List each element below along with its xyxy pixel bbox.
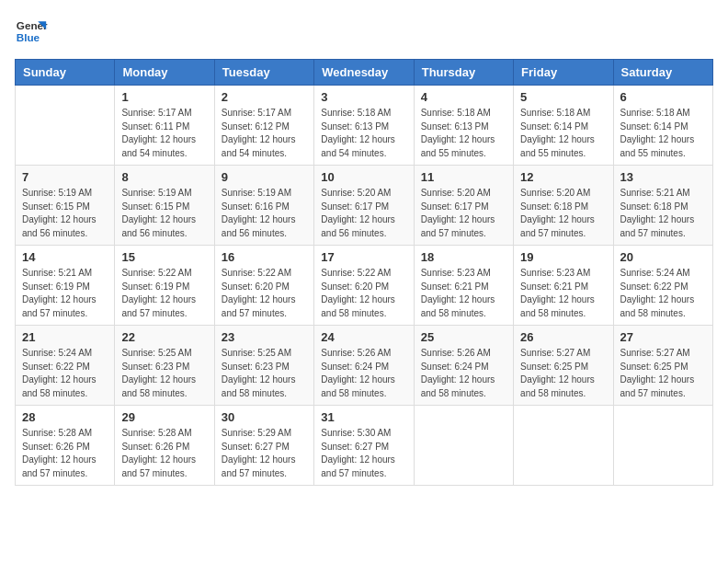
logo: General Blue bbox=[15, 15, 48, 48]
day-number: 31 bbox=[321, 410, 406, 424]
week-row-1: 1Sunrise: 5:17 AMSunset: 6:11 PMDaylight… bbox=[16, 86, 713, 166]
calendar-cell: 11Sunrise: 5:20 AMSunset: 6:17 PMDayligh… bbox=[414, 166, 513, 246]
calendar-cell: 17Sunrise: 5:22 AMSunset: 6:20 PMDayligh… bbox=[314, 246, 414, 326]
calendar-cell: 31Sunrise: 5:30 AMSunset: 6:27 PMDayligh… bbox=[314, 406, 414, 486]
calendar-cell: 10Sunrise: 5:20 AMSunset: 6:17 PMDayligh… bbox=[314, 166, 414, 246]
day-number: 25 bbox=[421, 330, 506, 344]
calendar-header-row: SundayMondayTuesdayWednesdayThursdayFrid… bbox=[16, 60, 713, 86]
day-info: Sunrise: 5:28 AMSunset: 6:26 PMDaylight:… bbox=[22, 427, 108, 480]
calendar-cell: 29Sunrise: 5:28 AMSunset: 6:26 PMDayligh… bbox=[115, 406, 214, 486]
day-header-sunday: Sunday bbox=[16, 60, 115, 86]
calendar-cell bbox=[613, 406, 712, 486]
day-info: Sunrise: 5:18 AMSunset: 6:14 PMDaylight:… bbox=[520, 107, 606, 160]
day-number: 1 bbox=[121, 90, 207, 104]
calendar-cell: 28Sunrise: 5:28 AMSunset: 6:26 PMDayligh… bbox=[16, 406, 115, 486]
calendar-cell: 4Sunrise: 5:18 AMSunset: 6:13 PMDaylight… bbox=[414, 86, 513, 166]
day-info: Sunrise: 5:22 AMSunset: 6:20 PMDaylight:… bbox=[321, 267, 406, 320]
calendar-cell: 22Sunrise: 5:25 AMSunset: 6:23 PMDayligh… bbox=[115, 326, 214, 406]
day-info: Sunrise: 5:24 AMSunset: 6:22 PMDaylight:… bbox=[22, 347, 108, 400]
day-info: Sunrise: 5:28 AMSunset: 6:26 PMDaylight:… bbox=[121, 427, 207, 480]
day-number: 16 bbox=[222, 250, 307, 264]
logo-icon: General Blue bbox=[15, 15, 48, 48]
calendar-cell: 8Sunrise: 5:19 AMSunset: 6:15 PMDaylight… bbox=[115, 166, 214, 246]
calendar-cell: 30Sunrise: 5:29 AMSunset: 6:27 PMDayligh… bbox=[214, 406, 313, 486]
day-info: Sunrise: 5:25 AMSunset: 6:23 PMDaylight:… bbox=[121, 347, 207, 400]
calendar-cell: 19Sunrise: 5:23 AMSunset: 6:21 PMDayligh… bbox=[514, 246, 613, 326]
calendar-cell: 25Sunrise: 5:26 AMSunset: 6:24 PMDayligh… bbox=[414, 326, 513, 406]
day-number: 8 bbox=[121, 170, 207, 184]
day-number: 26 bbox=[520, 330, 606, 344]
day-number: 23 bbox=[222, 330, 307, 344]
calendar-cell bbox=[514, 406, 613, 486]
day-number: 29 bbox=[121, 410, 207, 424]
calendar-cell: 27Sunrise: 5:27 AMSunset: 6:25 PMDayligh… bbox=[613, 326, 712, 406]
calendar-cell: 3Sunrise: 5:18 AMSunset: 6:13 PMDaylight… bbox=[314, 86, 414, 166]
day-info: Sunrise: 5:29 AMSunset: 6:27 PMDaylight:… bbox=[222, 427, 307, 480]
day-number: 3 bbox=[321, 90, 406, 104]
day-number: 4 bbox=[421, 90, 506, 104]
day-number: 2 bbox=[222, 90, 307, 104]
calendar-cell: 15Sunrise: 5:22 AMSunset: 6:19 PMDayligh… bbox=[115, 246, 214, 326]
day-info: Sunrise: 5:22 AMSunset: 6:19 PMDaylight:… bbox=[121, 267, 207, 320]
day-info: Sunrise: 5:27 AMSunset: 6:25 PMDaylight:… bbox=[620, 347, 706, 400]
week-row-5: 28Sunrise: 5:28 AMSunset: 6:26 PMDayligh… bbox=[16, 406, 713, 486]
day-number: 18 bbox=[421, 250, 506, 264]
week-row-3: 14Sunrise: 5:21 AMSunset: 6:19 PMDayligh… bbox=[16, 246, 713, 326]
day-info: Sunrise: 5:23 AMSunset: 6:21 PMDaylight:… bbox=[520, 267, 606, 320]
calendar-cell: 5Sunrise: 5:18 AMSunset: 6:14 PMDaylight… bbox=[514, 86, 613, 166]
calendar-cell: 20Sunrise: 5:24 AMSunset: 6:22 PMDayligh… bbox=[613, 246, 712, 326]
calendar-cell: 16Sunrise: 5:22 AMSunset: 6:20 PMDayligh… bbox=[214, 246, 313, 326]
calendar-cell: 26Sunrise: 5:27 AMSunset: 6:25 PMDayligh… bbox=[514, 326, 613, 406]
day-number: 19 bbox=[520, 250, 606, 264]
calendar-cell: 7Sunrise: 5:19 AMSunset: 6:15 PMDaylight… bbox=[16, 166, 115, 246]
day-info: Sunrise: 5:23 AMSunset: 6:21 PMDaylight:… bbox=[421, 267, 506, 320]
day-info: Sunrise: 5:19 AMSunset: 6:15 PMDaylight:… bbox=[22, 187, 108, 240]
day-info: Sunrise: 5:20 AMSunset: 6:18 PMDaylight:… bbox=[520, 187, 606, 240]
calendar-cell: 13Sunrise: 5:21 AMSunset: 6:18 PMDayligh… bbox=[613, 166, 712, 246]
day-info: Sunrise: 5:30 AMSunset: 6:27 PMDaylight:… bbox=[321, 427, 406, 480]
day-number: 24 bbox=[321, 330, 406, 344]
day-info: Sunrise: 5:24 AMSunset: 6:22 PMDaylight:… bbox=[620, 267, 706, 320]
day-number: 20 bbox=[620, 250, 706, 264]
calendar-cell: 6Sunrise: 5:18 AMSunset: 6:14 PMDaylight… bbox=[613, 86, 712, 166]
day-number: 28 bbox=[22, 410, 108, 424]
day-info: Sunrise: 5:22 AMSunset: 6:20 PMDaylight:… bbox=[222, 267, 307, 320]
day-header-wednesday: Wednesday bbox=[314, 60, 414, 86]
day-info: Sunrise: 5:26 AMSunset: 6:24 PMDaylight:… bbox=[421, 347, 506, 400]
day-info: Sunrise: 5:19 AMSunset: 6:15 PMDaylight:… bbox=[121, 187, 207, 240]
page-header: General Blue bbox=[15, 15, 713, 48]
day-info: Sunrise: 5:26 AMSunset: 6:24 PMDaylight:… bbox=[321, 347, 406, 400]
day-number: 30 bbox=[222, 410, 307, 424]
week-row-2: 7Sunrise: 5:19 AMSunset: 6:15 PMDaylight… bbox=[16, 166, 713, 246]
day-header-thursday: Thursday bbox=[414, 60, 513, 86]
calendar-cell bbox=[16, 86, 115, 166]
calendar-cell: 21Sunrise: 5:24 AMSunset: 6:22 PMDayligh… bbox=[16, 326, 115, 406]
day-number: 9 bbox=[222, 170, 307, 184]
calendar-cell bbox=[414, 406, 513, 486]
calendar-table: SundayMondayTuesdayWednesdayThursdayFrid… bbox=[15, 59, 713, 486]
calendar-cell: 9Sunrise: 5:19 AMSunset: 6:16 PMDaylight… bbox=[214, 166, 313, 246]
week-row-4: 21Sunrise: 5:24 AMSunset: 6:22 PMDayligh… bbox=[16, 326, 713, 406]
day-header-tuesday: Tuesday bbox=[214, 60, 313, 86]
day-info: Sunrise: 5:25 AMSunset: 6:23 PMDaylight:… bbox=[222, 347, 307, 400]
day-info: Sunrise: 5:20 AMSunset: 6:17 PMDaylight:… bbox=[321, 187, 406, 240]
day-number: 6 bbox=[620, 90, 706, 104]
svg-text:Blue: Blue bbox=[17, 31, 40, 43]
day-info: Sunrise: 5:21 AMSunset: 6:18 PMDaylight:… bbox=[620, 187, 706, 240]
day-info: Sunrise: 5:18 AMSunset: 6:14 PMDaylight:… bbox=[620, 107, 706, 160]
day-info: Sunrise: 5:27 AMSunset: 6:25 PMDaylight:… bbox=[520, 347, 606, 400]
calendar-cell: 23Sunrise: 5:25 AMSunset: 6:23 PMDayligh… bbox=[214, 326, 313, 406]
day-info: Sunrise: 5:18 AMSunset: 6:13 PMDaylight:… bbox=[321, 107, 406, 160]
day-number: 7 bbox=[22, 170, 108, 184]
day-info: Sunrise: 5:17 AMSunset: 6:12 PMDaylight:… bbox=[222, 107, 307, 160]
calendar-cell: 12Sunrise: 5:20 AMSunset: 6:18 PMDayligh… bbox=[514, 166, 613, 246]
day-info: Sunrise: 5:20 AMSunset: 6:17 PMDaylight:… bbox=[421, 187, 506, 240]
day-number: 22 bbox=[121, 330, 207, 344]
day-number: 17 bbox=[321, 250, 406, 264]
day-info: Sunrise: 5:21 AMSunset: 6:19 PMDaylight:… bbox=[22, 267, 108, 320]
calendar-cell: 1Sunrise: 5:17 AMSunset: 6:11 PMDaylight… bbox=[115, 86, 214, 166]
day-number: 11 bbox=[421, 170, 506, 184]
day-number: 15 bbox=[121, 250, 207, 264]
calendar-cell: 2Sunrise: 5:17 AMSunset: 6:12 PMDaylight… bbox=[214, 86, 313, 166]
day-header-saturday: Saturday bbox=[613, 60, 712, 86]
